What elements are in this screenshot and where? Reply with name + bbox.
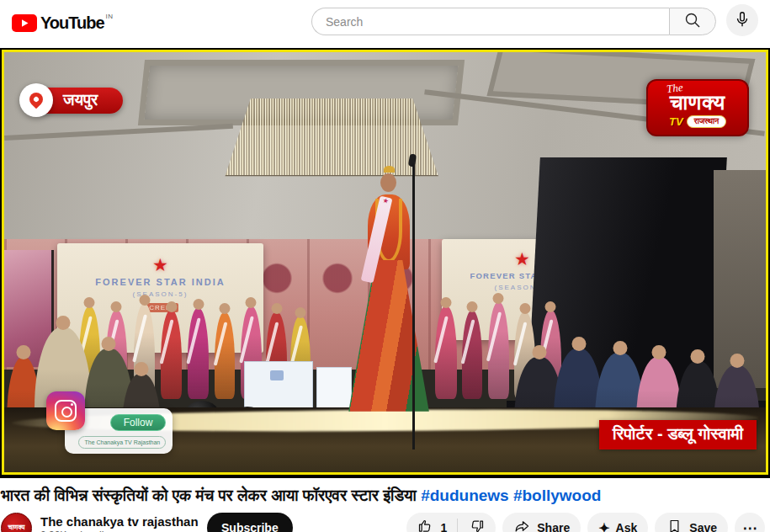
thumbs-up-icon	[417, 518, 434, 532]
youtube-header: YouTube IN	[0, 0, 770, 48]
instagram-icon	[46, 391, 85, 430]
video-title-text: भारत की विभिन्न संस्कृतियों को एक मंच पर…	[1, 487, 417, 504]
search-button[interactable]	[669, 8, 716, 35]
star-icon: ★	[514, 250, 530, 268]
thumbs-down-icon	[468, 518, 486, 532]
hashtag-link[interactable]: #dudunews	[421, 487, 509, 504]
channel-avatar[interactable]: चाणक्य	[1, 513, 32, 532]
save-label: Save	[689, 521, 717, 532]
like-count: 1	[440, 521, 447, 532]
channel-row: चाणक्य The chanakya tv rajasthan 2.32K s…	[0, 509, 770, 532]
save-button[interactable]: Save	[655, 513, 728, 532]
banner-title: FOREVER STAR INDIA	[95, 277, 225, 287]
logo-the: The	[666, 82, 683, 94]
like-button[interactable]: 1	[406, 513, 457, 532]
contestant-figure	[161, 311, 181, 399]
bookmark-icon	[666, 518, 683, 532]
reporter-banner: रिपोर्टर - डब्लू गोस्वामी	[599, 420, 757, 450]
dislike-button[interactable]	[458, 513, 496, 532]
channel-name[interactable]: The chanakya tv rajasthan	[40, 514, 175, 529]
star-icon: ★	[152, 256, 168, 274]
more-actions-button[interactable]: ⋯	[735, 513, 765, 532]
hashtag-link[interactable]: #bollywood	[513, 487, 602, 504]
performer: ★	[343, 155, 435, 411]
logo-region: राजस्थान	[687, 115, 726, 128]
microphone-stand	[412, 163, 415, 449]
instagram-handle: The Chanakya TV Rajasthan	[78, 436, 166, 449]
logo-main: चाणक्य	[670, 92, 725, 113]
sparkle-icon: ✦	[598, 520, 609, 532]
location-tag: जयपुर	[19, 83, 123, 117]
search-icon	[683, 11, 702, 32]
share-button[interactable]: Share	[502, 513, 581, 532]
youtube-logo[interactable]: YouTube IN	[12, 14, 114, 35]
share-icon	[513, 518, 531, 532]
contestant-figure	[488, 302, 509, 399]
subscribe-button[interactable]: Subscribe	[207, 513, 293, 532]
instagram-follow-button[interactable]: Follow	[110, 414, 167, 431]
ask-label: Ask	[616, 521, 638, 532]
search-input[interactable]	[311, 8, 669, 35]
ask-button[interactable]: ✦ Ask	[587, 513, 648, 532]
like-dislike-pill: 1	[406, 513, 496, 532]
youtube-play-icon	[12, 14, 37, 35]
contestant-figure	[215, 312, 235, 398]
logo-tv: TV	[669, 115, 683, 128]
share-label: Share	[537, 521, 570, 532]
video-player[interactable]: ★ FOREVER STAR INDIA (SEASON-5) CRED ★ F…	[0, 48, 770, 478]
video-title: भारत की विभिन्न संस्कृतियों को एक मंच पर…	[0, 478, 770, 509]
instagram-overlay: Follow The Chanakya TV Rajasthan	[65, 408, 173, 454]
country-code: IN	[106, 13, 114, 20]
video-frame: ★ FOREVER STAR INDIA (SEASON-5) CRED ★ F…	[2, 50, 768, 475]
voice-search-button[interactable]	[726, 4, 758, 36]
channel-watermark-logo: The चाणक्य TV राजस्थान	[646, 79, 749, 136]
video-actions: 1 Share ✦ Ask	[406, 513, 765, 532]
youtube-wordmark: YouTube	[40, 14, 104, 32]
contestant-figure	[435, 306, 456, 399]
microphone-icon	[733, 10, 751, 31]
